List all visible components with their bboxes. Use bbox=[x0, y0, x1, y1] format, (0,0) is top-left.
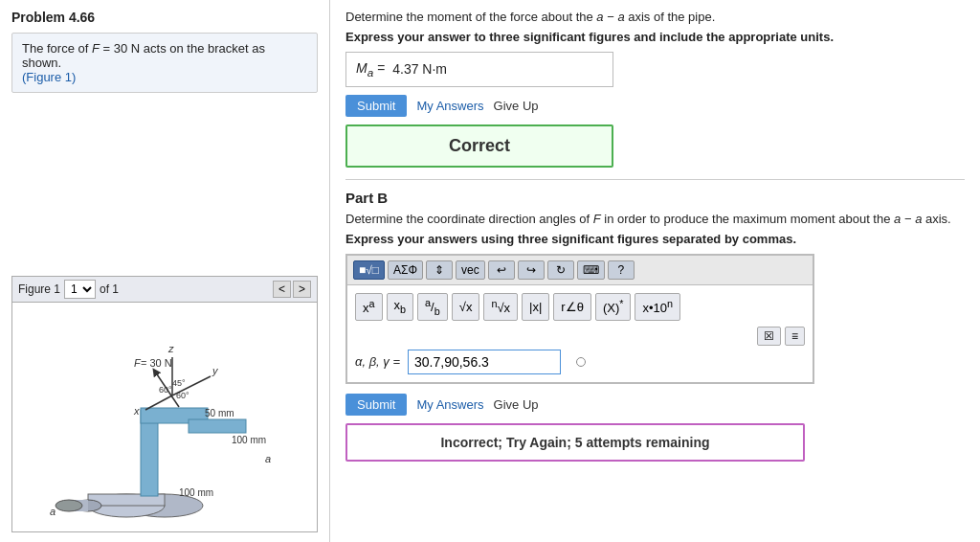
math-btn-polar[interactable]: r∠θ bbox=[553, 293, 591, 321]
toolbar-help-btn[interactable]: ? bbox=[608, 260, 635, 280]
bracket-diagram: a a z y x 50 mm 100 mm 100 mm bbox=[31, 305, 299, 530]
math-input-label: α, β, γ = bbox=[355, 354, 400, 369]
part-b-submit-button[interactable]: Submit bbox=[345, 394, 407, 416]
math-btn-abs[interactable]: |x| bbox=[522, 293, 549, 321]
toolbar-vec-btn[interactable]: vec bbox=[456, 260, 485, 280]
right-panel: Determine the moment of the force about … bbox=[330, 0, 980, 542]
figure-prev-button[interactable]: < bbox=[273, 281, 291, 298]
figure-select[interactable]: 1 bbox=[64, 280, 96, 299]
part-a-action-row: Submit My Answers Give Up bbox=[345, 95, 965, 117]
part-b-bold-instruction: Express your answers using three signifi… bbox=[345, 232, 965, 246]
figure-image: a a z y x 50 mm 100 mm 100 mm bbox=[11, 303, 318, 532]
figure-next-button[interactable]: > bbox=[293, 281, 311, 298]
problem-description: The force of F = 30 N acts on the bracke… bbox=[11, 33, 318, 93]
part-a-section: Determine the moment of the force about … bbox=[345, 10, 965, 168]
toolbar-matrix-btn[interactable]: ■√□ bbox=[353, 260, 385, 280]
math-btn-conjugate[interactable]: (X)* bbox=[595, 293, 632, 321]
svg-text:100 mm: 100 mm bbox=[232, 435, 266, 445]
delete-btn-row: ☒ ≡ bbox=[355, 327, 805, 346]
backspace-button[interactable]: ☒ bbox=[757, 327, 781, 346]
toolbar-arrows-btn[interactable]: ⇕ bbox=[426, 260, 453, 280]
toolbar-undo-btn[interactable]: ↩ bbox=[488, 260, 515, 280]
svg-text:a: a bbox=[265, 453, 271, 464]
toolbar-keyboard-btn[interactable]: ⌨ bbox=[577, 260, 605, 280]
svg-text:= 30 N: = 30 N bbox=[141, 357, 172, 369]
math-btn-xb[interactable]: xb bbox=[387, 293, 414, 321]
figure-of-label: of 1 bbox=[100, 282, 119, 296]
part-a-correct-box: Correct bbox=[345, 124, 613, 168]
math-btn-sci[interactable]: x•10n bbox=[635, 293, 680, 321]
svg-text:50 mm: 50 mm bbox=[205, 408, 234, 418]
part-a-answer-value: 4.37 N·m bbox=[392, 61, 447, 77]
math-btn-xa[interactable]: xa bbox=[355, 293, 383, 321]
part-b-give-up-link[interactable]: Give Up bbox=[494, 397, 539, 412]
svg-text:z: z bbox=[167, 343, 174, 354]
part-a-answer-label: Ma = bbox=[356, 60, 385, 79]
figure-controls: Figure 1 1 of 1 < > bbox=[11, 276, 318, 303]
math-buttons-row: xa xb a/b √x n√x |x| r∠θ (X)* x•10n bbox=[355, 293, 805, 321]
svg-text:x: x bbox=[133, 405, 140, 417]
problem-desc-text: The force of F = 30 N acts on the bracke… bbox=[22, 41, 265, 70]
svg-text:a: a bbox=[50, 506, 56, 517]
radio-indicator bbox=[576, 357, 586, 367]
figure-label: Figure 1 bbox=[18, 282, 60, 296]
part-a-bold-instruction: Express your answer to three significant… bbox=[345, 30, 965, 44]
svg-rect-10 bbox=[189, 419, 246, 433]
part-b-incorrect-box: Incorrect; Try Again; 5 attempts remaini… bbox=[345, 423, 805, 462]
toolbar-refresh-btn[interactable]: ↻ bbox=[547, 260, 574, 280]
math-btn-sqrt[interactable]: √x bbox=[452, 293, 480, 321]
math-input-area: xa xb a/b √x n√x |x| r∠θ (X)* x•10n ☒ ≡ … bbox=[346, 284, 813, 383]
part-a-instruction: Determine the moment of the force about … bbox=[345, 10, 965, 24]
toolbar-redo-btn[interactable]: ↪ bbox=[518, 260, 545, 280]
part-b-my-answers-link[interactable]: My Answers bbox=[416, 397, 483, 412]
part-a-my-answers-link[interactable]: My Answers bbox=[416, 99, 483, 113]
svg-text:100 mm: 100 mm bbox=[179, 487, 213, 498]
part-a-answer-box: Ma = 4.37 N·m bbox=[345, 52, 613, 87]
part-b-section: Part B Determine the coordinate directio… bbox=[345, 190, 965, 462]
part-a-give-up-link[interactable]: Give Up bbox=[494, 99, 539, 113]
section-divider bbox=[345, 179, 965, 180]
math-answer-input[interactable] bbox=[408, 350, 561, 374]
figure-link[interactable]: (Figure 1) bbox=[22, 70, 76, 84]
math-btn-nthroot[interactable]: n√x bbox=[483, 293, 518, 321]
svg-point-5 bbox=[56, 500, 82, 511]
part-a-submit-button[interactable]: Submit bbox=[345, 95, 407, 117]
math-btn-frac[interactable]: a/b bbox=[417, 293, 448, 321]
svg-text:45°: 45° bbox=[172, 378, 186, 388]
problem-title: Problem 4.66 bbox=[11, 10, 318, 25]
math-input-container: ■√□ AΣΦ ⇕ vec ↩ ↪ ↻ ⌨ ? xa xb a/b √x n√x… bbox=[345, 254, 814, 384]
part-b-title: Part B bbox=[345, 190, 965, 206]
toolbar-symbol-btn[interactable]: AΣΦ bbox=[388, 260, 423, 280]
svg-text:60°: 60° bbox=[176, 391, 189, 400]
math-toolbar: ■√□ AΣΦ ⇕ vec ↩ ↪ ↻ ⌨ ? bbox=[346, 255, 813, 284]
math-input-row: α, β, γ = bbox=[355, 350, 805, 374]
svg-text:y: y bbox=[212, 365, 219, 376]
clear-button[interactable]: ≡ bbox=[785, 327, 805, 346]
svg-text:60°: 60° bbox=[159, 385, 172, 395]
part-b-submit-row: Submit My Answers Give Up bbox=[345, 394, 965, 416]
part-b-instruction: Determine the coordinate direction angle… bbox=[345, 212, 965, 226]
